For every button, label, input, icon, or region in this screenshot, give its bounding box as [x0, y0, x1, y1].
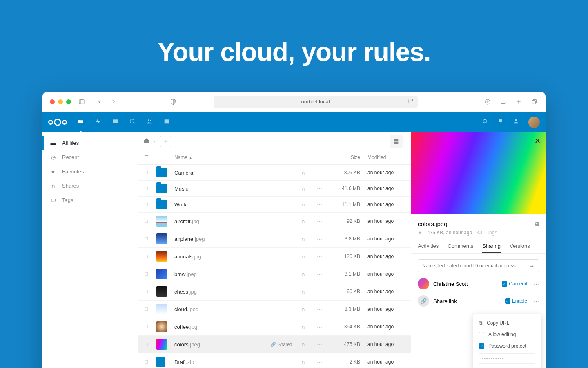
- more-icon[interactable]: ⋯: [311, 306, 327, 312]
- more-icon[interactable]: ⋯: [311, 170, 327, 176]
- table-row[interactable]: ☐chess.jpg⋔⋯60 KBan hour ago: [138, 283, 411, 301]
- sidebar-toggle-icon[interactable]: [78, 99, 86, 105]
- search-icon[interactable]: [482, 118, 488, 126]
- row-checkbox[interactable]: ☐: [144, 324, 156, 330]
- share-action-icon[interactable]: ⋔: [295, 254, 311, 260]
- sidebar-item-all-files[interactable]: ▬All files: [42, 136, 138, 150]
- sidebar-item-favorites[interactable]: ★Favorites: [42, 164, 138, 179]
- file-name[interactable]: chess.jpg: [174, 289, 270, 295]
- tab-sharing[interactable]: Sharing: [482, 240, 501, 253]
- row-checkbox[interactable]: ☐: [144, 202, 156, 207]
- expiration-item[interactable]: ✓Set expiration date: [473, 365, 541, 368]
- file-name[interactable]: aircraft.jpg: [174, 218, 270, 224]
- close-icon[interactable]: ✕: [535, 137, 541, 146]
- file-name[interactable]: colors.jpeg: [174, 341, 270, 348]
- table-row[interactable]: ☐Draft.zip⋔⋯2 KBan hour ago: [138, 353, 411, 368]
- share-action-icon[interactable]: ⋔: [295, 202, 311, 208]
- select-all-checkbox[interactable]: ☐: [144, 155, 156, 160]
- share-action-icon[interactable]: ⋔: [295, 359, 311, 365]
- password-protect-item[interactable]: ✓Password protect: [473, 340, 541, 352]
- arrow-right-icon[interactable]: →: [528, 263, 535, 270]
- col-name[interactable]: Name ▲: [174, 155, 270, 160]
- tab-comments[interactable]: Comments: [448, 240, 473, 253]
- more-icon[interactable]: ⋯: [311, 218, 327, 224]
- copy-url-item[interactable]: ⧉Copy URL: [473, 317, 541, 329]
- home-icon[interactable]: [143, 137, 150, 146]
- activity-app-icon[interactable]: [95, 118, 101, 126]
- new-button[interactable]: +: [160, 136, 172, 147]
- gallery-app-icon[interactable]: [112, 118, 118, 126]
- file-name[interactable]: animals.jpg: [174, 254, 270, 260]
- row-checkbox[interactable]: ☐: [144, 272, 156, 277]
- more-icon[interactable]: ⋯: [534, 298, 539, 304]
- more-icon[interactable]: ⋯: [311, 324, 327, 330]
- row-checkbox[interactable]: ☐: [144, 307, 156, 312]
- share-action-icon[interactable]: ⋔: [295, 306, 311, 312]
- col-modified[interactable]: Modified: [360, 155, 405, 160]
- table-row[interactable]: ☐aircraft.jpg⋔⋯92 KBan hour ago: [138, 213, 411, 230]
- more-icon[interactable]: ⋯: [311, 271, 327, 277]
- reload-icon[interactable]: [407, 98, 414, 105]
- back-icon[interactable]: [96, 99, 104, 105]
- star-icon[interactable]: ★: [418, 230, 422, 236]
- row-checkbox[interactable]: ☐: [144, 219, 156, 224]
- share-action-icon[interactable]: ⋔: [295, 218, 311, 224]
- table-row[interactable]: ☐bmw.jpeg⋔⋯3.1 MBan hour ago: [138, 265, 411, 283]
- share-action-icon[interactable]: ⋔: [295, 170, 311, 176]
- more-icon[interactable]: ⋯: [311, 254, 327, 260]
- files-app-icon[interactable]: [78, 118, 84, 126]
- share-action-icon[interactable]: ⋔: [295, 341, 311, 348]
- search-app-icon[interactable]: [129, 118, 136, 126]
- more-icon[interactable]: ⋯: [534, 281, 539, 287]
- sidebar-item-tags[interactable]: 🏷Tags: [42, 193, 138, 207]
- row-checkbox[interactable]: ☐: [144, 236, 156, 242]
- password-field[interactable]: ••••••••••: [479, 353, 535, 364]
- minimize-window-icon[interactable]: [58, 99, 63, 104]
- user-avatar[interactable]: [528, 117, 540, 128]
- share-action-icon[interactable]: ⋔: [295, 324, 311, 330]
- file-name[interactable]: Work: [174, 202, 270, 208]
- share-action-icon[interactable]: ⋔: [295, 271, 311, 277]
- notifications-icon[interactable]: [497, 118, 504, 126]
- table-row[interactable]: ☐Music⋔⋯41.6 MBan hour ago: [138, 181, 411, 197]
- enable-checkbox[interactable]: ✓Enable: [505, 298, 527, 304]
- tabs-icon[interactable]: [530, 99, 538, 105]
- window-controls[interactable]: [50, 99, 71, 104]
- contacts-app-icon[interactable]: [146, 118, 153, 126]
- col-size[interactable]: Size: [327, 155, 360, 160]
- file-name[interactable]: bmw.jpeg: [174, 271, 270, 277]
- more-icon[interactable]: ⋯: [311, 202, 327, 208]
- new-tab-icon[interactable]: [514, 99, 523, 105]
- more-icon[interactable]: ⋯: [311, 341, 327, 348]
- more-icon[interactable]: ⋯: [311, 186, 327, 192]
- row-checkbox[interactable]: ☐: [144, 254, 156, 259]
- url-bar[interactable]: umbrel.local: [214, 96, 418, 108]
- tab-activities[interactable]: Activities: [418, 240, 439, 253]
- sidebar-item-shares[interactable]: ⋔Shares: [42, 179, 138, 193]
- table-row[interactable]: ☐airplane.jpeg⋔⋯3.8 MBan hour ago: [138, 230, 411, 248]
- allow-editing-item[interactable]: Allow editing: [473, 329, 541, 340]
- table-row[interactable]: ☐Camera⋔⋯805 KBan hour ago: [138, 165, 411, 181]
- grid-view-icon[interactable]: [390, 135, 403, 148]
- sidebar-item-recent[interactable]: ◷Recent: [42, 150, 138, 164]
- share-icon[interactable]: [499, 99, 507, 105]
- row-checkbox[interactable]: ☐: [144, 289, 156, 294]
- table-row[interactable]: ☐animals.jpg⋔⋯120 KBan hour ago: [138, 248, 411, 265]
- tab-versions[interactable]: Versions: [510, 240, 530, 253]
- row-checkbox[interactable]: ☐: [144, 170, 156, 175]
- share-action-icon[interactable]: ⋔: [295, 186, 311, 192]
- table-row[interactable]: ☐coffee.jpg⋔⋯364 KBan hour ago: [138, 318, 411, 336]
- shield-icon[interactable]: [169, 99, 177, 105]
- contacts-menu-icon[interactable]: [513, 118, 519, 126]
- file-name[interactable]: airplane.jpeg: [174, 236, 270, 242]
- file-name[interactable]: Draft.zip: [174, 359, 270, 365]
- file-name[interactable]: cloud.jpeg: [174, 306, 270, 312]
- forward-icon[interactable]: [109, 99, 118, 105]
- table-row[interactable]: ☐colors.jpeg🔗 Shared⋔⋯475 KBan hour ago: [138, 336, 411, 353]
- file-name[interactable]: coffee.jpg: [174, 324, 270, 330]
- close-window-icon[interactable]: [50, 99, 55, 104]
- more-icon[interactable]: ⋯: [311, 359, 327, 365]
- maximize-window-icon[interactable]: [66, 99, 71, 104]
- table-row[interactable]: ☐Work⋔⋯11.1 MBan hour ago: [138, 197, 411, 213]
- share-input[interactable]: [418, 259, 539, 272]
